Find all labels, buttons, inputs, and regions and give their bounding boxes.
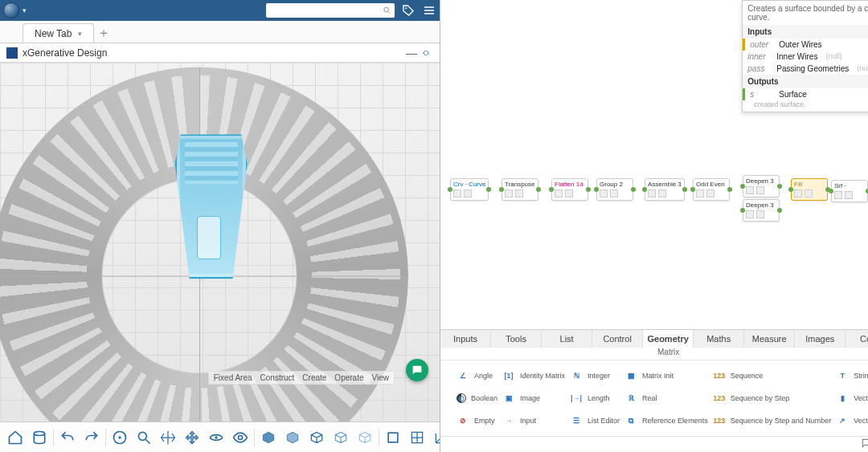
graph-node-flat[interactable]: Flatten 1d — [551, 178, 588, 201]
chat-icon[interactable] — [861, 438, 868, 452]
svg-rect-11 — [388, 433, 398, 442]
lib-item-str[interactable]: TString — [836, 365, 868, 386]
lib-tab-inputs[interactable]: Inputs — [440, 330, 491, 348]
graph-node-srf[interactable]: Srf · — [831, 180, 868, 202]
app-logo-icon — [6, 47, 18, 59]
ctx-create[interactable]: Create — [302, 373, 326, 382]
lib-item-int[interactable]: ℕInteger — [570, 365, 620, 386]
home-icon[interactable] — [5, 427, 26, 448]
data-icon[interactable] — [29, 427, 50, 448]
ctx-construct[interactable]: Construct — [260, 373, 295, 382]
ctx-operate[interactable]: Operate — [334, 373, 363, 382]
3d-viewport[interactable]: Fixed Area Construct Create Operate View — [0, 63, 440, 421]
svg-point-6 — [138, 432, 146, 440]
tab-new[interactable]: New Tab ▾ — [23, 23, 94, 43]
lib-item-angle[interactable]: ∠Angle — [457, 365, 497, 386]
node-help-tooltip: Creates a surface bounded by a closed cu… — [742, 0, 868, 112]
center-icon[interactable] — [109, 427, 130, 448]
collapse-button[interactable] — [419, 46, 433, 60]
cube-icon[interactable] — [383, 427, 403, 448]
graph-node-dp1[interactable]: Deepen 3 — [743, 175, 780, 197]
box-shaded-icon[interactable] — [282, 427, 303, 448]
svg-line-1 — [388, 11, 390, 13]
lib-tab-control[interactable]: Control — [592, 330, 643, 348]
lookat-icon[interactable] — [230, 427, 251, 448]
svg-point-2 — [405, 7, 407, 9]
lib-item-seqsn[interactable]: 123Sequence by Step and Number — [713, 410, 832, 431]
search-icon — [383, 6, 391, 15]
undo-icon[interactable] — [57, 427, 78, 448]
lib-tab-list[interactable]: List — [542, 330, 592, 348]
box-wire-icon[interactable] — [306, 427, 327, 448]
lib-tab-color[interactable]: Color — [845, 330, 868, 348]
ctx-fixed-area[interactable]: Fixed Area — [214, 373, 252, 382]
lib-item-minit[interactable]: ▦Matrix Init — [624, 365, 708, 386]
lib-item-le[interactable]: ☰List Editor — [570, 410, 620, 431]
ctx-view[interactable]: View — [372, 373, 390, 382]
operator-library: InputsToolsListControlGeometryMathsMeasu… — [440, 329, 868, 452]
orbit-icon[interactable] — [206, 427, 227, 448]
lib-tab-maths[interactable]: Maths — [694, 330, 744, 348]
lib-tab-images[interactable]: Images — [795, 330, 845, 348]
graph-node-dp2[interactable]: Deepen 3 — [743, 199, 780, 222]
minimize-button[interactable]: — — [404, 46, 419, 60]
app-header: ▾ — [0, 0, 440, 21]
graph-node-odd[interactable]: Odd Even — [693, 178, 730, 201]
lib-item-bool[interactable]: ◐Boolean — [457, 388, 497, 409]
lib-tab-tools[interactable]: Tools — [491, 330, 542, 348]
lib-tab-geometry[interactable]: Geometry — [643, 330, 694, 348]
lib-item-empty[interactable]: ⊘Empty — [457, 410, 497, 431]
svg-point-0 — [384, 7, 389, 12]
lib-item-real[interactable]: ℝReal — [624, 388, 708, 409]
add-tab-button[interactable]: ＋ — [94, 23, 113, 43]
magnify-icon[interactable] — [133, 427, 154, 448]
panel-header: xGenerative Design — — [0, 43, 440, 63]
header-caret-icon[interactable]: ▾ — [23, 6, 27, 14]
pan-icon[interactable] — [158, 427, 178, 448]
graph-node-tr[interactable]: Transpose — [502, 178, 538, 201]
lib-item-inp[interactable]: →Input — [502, 410, 565, 431]
graph-node-fill[interactable]: Fill — [791, 178, 828, 201]
lib-item-refel[interactable]: ⧉Reference Elements — [624, 410, 708, 431]
tooltip-output-sub: created surface. — [743, 100, 868, 112]
search-input[interactable] — [266, 3, 395, 18]
redo-icon[interactable] — [81, 427, 102, 448]
tab-label: New Tab — [35, 28, 72, 39]
chat-assist-button[interactable] — [406, 359, 428, 381]
lib-item-seq[interactable]: 123Sequence — [713, 365, 832, 386]
panel-title: xGenerative Design — [23, 47, 107, 59]
compass-icon[interactable] — [3, 2, 19, 18]
library-grid: ∠Angle[1]Identity MatrixℕInteger▦Matrix … — [440, 360, 868, 436]
tab-dropdown-icon[interactable]: ▾ — [78, 30, 82, 38]
lib-item-img[interactable]: ▣Image — [502, 388, 565, 409]
translate-icon[interactable] — [182, 427, 203, 448]
graph-node-asm[interactable]: Assemble 3 — [645, 178, 685, 201]
svg-point-3 — [34, 431, 44, 435]
graph-node-crv[interactable]: Crv · Curve — [450, 178, 489, 201]
axis-icon[interactable] — [431, 427, 440, 448]
tag-icon[interactable] — [401, 3, 416, 18]
lib-item-seqstep[interactable]: 123Sequence by Step — [713, 388, 832, 409]
grid-icon[interactable] — [407, 427, 428, 448]
graph-pane: Creates a surface bounded by a closed cu… — [440, 0, 868, 452]
tooltip-input-row: passPassing Geometries(null) — [743, 63, 868, 75]
lib-item-idmat[interactable]: [1]Identity Matrix — [502, 365, 565, 386]
lib-item-vec[interactable]: ▮Vector — [836, 388, 868, 409]
box-wire3-icon[interactable] — [354, 427, 375, 448]
graph-node-grp[interactable]: Group 2 — [596, 178, 633, 201]
tooltip-output-row: sSurface — [743, 88, 868, 100]
tooltip-input-row: innerInner Wires(null) — [743, 51, 868, 63]
menu-icon[interactable] — [422, 3, 436, 18]
svg-line-7 — [146, 439, 150, 443]
design-pane: ▾ New Tab ▾ ＋ xGenerative Design — — [0, 0, 440, 452]
lib-item-len[interactable]: |→|Length — [570, 388, 620, 409]
lib-tab-measure[interactable]: Measure — [744, 330, 795, 348]
box-wire2-icon[interactable] — [330, 427, 351, 448]
lib-item-vec3[interactable]: ↗Vector 3 — [836, 410, 868, 431]
svg-point-10 — [239, 435, 243, 439]
svg-point-5 — [118, 436, 121, 438]
tooltip-outputs-header: Outputs — [743, 75, 868, 88]
svg-point-9 — [215, 436, 217, 438]
tab-bar: New Tab ▾ ＋ — [0, 21, 440, 43]
box-solid-icon[interactable] — [258, 427, 279, 448]
